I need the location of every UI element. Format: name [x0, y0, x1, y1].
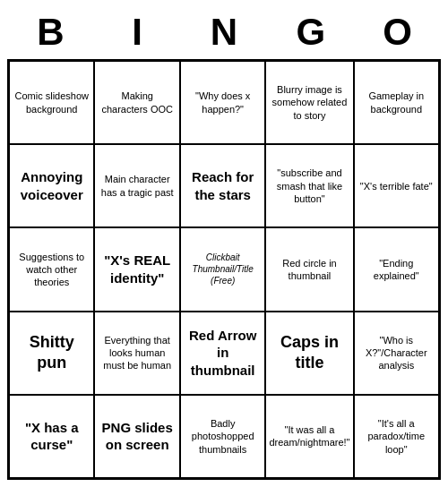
bingo-grid: Comic slideshow backgroundMaking charact… [7, 59, 441, 480]
bingo-cell-24[interactable]: "It's all a paradox/time loop" [354, 395, 439, 478]
bingo-cell-18[interactable]: Caps in title [265, 312, 353, 395]
bingo-cell-3[interactable]: Blurry image is somehow related to story [265, 61, 353, 144]
letter-i: I [101, 11, 173, 54]
bingo-cell-15[interactable]: Shitty pun [9, 312, 94, 395]
bingo-cell-8[interactable]: "subscribe and smash that like button" [265, 144, 353, 227]
bingo-cell-13[interactable]: Red circle in thumbnail [265, 227, 353, 311]
letter-b: B [14, 11, 86, 54]
bingo-cell-7[interactable]: Reach for the stars [180, 144, 265, 227]
letter-g: G [275, 11, 347, 54]
bingo-cell-5[interactable]: Annoying voiceover [9, 144, 94, 227]
bingo-cell-0[interactable]: Comic slideshow background [9, 61, 94, 144]
bingo-cell-20[interactable]: "X has a curse" [9, 395, 94, 478]
bingo-cell-6[interactable]: Main character has a tragic past [94, 144, 179, 227]
bingo-cell-11[interactable]: "X's REAL identity" [94, 227, 179, 311]
letter-n: N [188, 11, 260, 54]
bingo-cell-19[interactable]: "Who is X?"/Character analysis [354, 312, 439, 395]
bingo-cell-12[interactable]: Clickbait Thumbnail/Title (Free) [180, 227, 265, 311]
bingo-cell-23[interactable]: "It was all a dream/nightmare!" [265, 395, 353, 478]
bingo-cell-16[interactable]: Everything that looks human must be huma… [94, 312, 179, 395]
bingo-cell-21[interactable]: PNG slides on screen [94, 395, 179, 478]
bingo-title: B I N G O [7, 7, 441, 59]
bingo-cell-17[interactable]: Red Arrow in thumbnail [180, 312, 265, 395]
bingo-cell-22[interactable]: Badly photoshopped thumbnails [180, 395, 265, 478]
bingo-cell-1[interactable]: Making characters OOC [94, 61, 179, 144]
letter-o: O [362, 11, 434, 54]
bingo-cell-14[interactable]: "Ending explained" [354, 227, 439, 311]
bingo-cell-9[interactable]: "X's terrible fate" [354, 144, 439, 227]
bingo-cell-10[interactable]: Suggestions to watch other theories [9, 227, 94, 311]
bingo-cell-2[interactable]: "Why does x happen?" [180, 61, 265, 144]
bingo-cell-4[interactable]: Gameplay in background [354, 61, 439, 144]
